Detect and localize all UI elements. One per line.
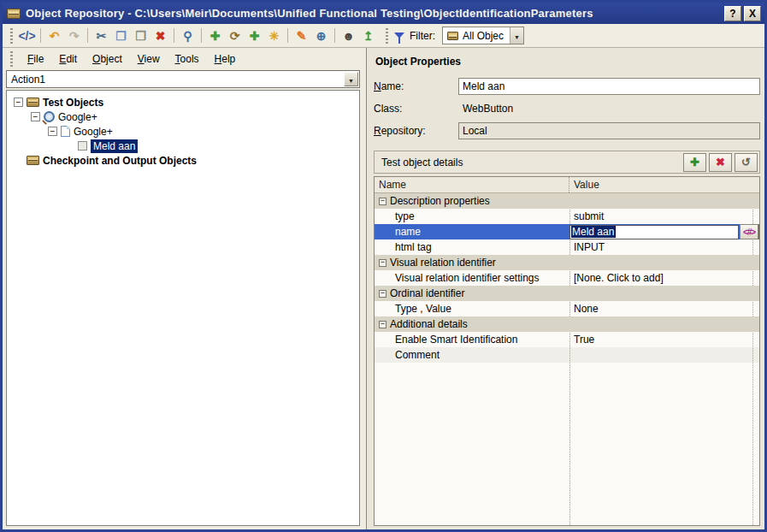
details-button-glyph: ↺ (741, 156, 751, 168)
title-bar: Object Repository - C:\Users\Meir\Docume… (3, 3, 764, 24)
redo-icon[interactable]: ↷ (64, 27, 84, 45)
toolbar-icon[interactable] (40, 28, 41, 43)
import-objects-icon[interactable]: ↥ (358, 27, 378, 45)
object-tree: Test Objects Google+ Google+ Meld aan (6, 90, 360, 526)
toolbar-grip[interactable] (10, 28, 13, 44)
row-group-ordinal-identifier[interactable]: Ordinal identifier (375, 286, 759, 301)
toolbar-icon-glyph: ⟳ (230, 30, 240, 42)
object-properties-pane: Object Properties Name: Meld aan Class: … (366, 48, 764, 529)
tree-item-google-page[interactable]: Google+ (11, 124, 357, 139)
paste-icon[interactable]: ❒ (131, 27, 150, 45)
row-group-description-properties[interactable]: Description properties (375, 193, 759, 209)
row-enable-smart-identification[interactable]: Enable Smart Identification True (375, 332, 759, 347)
row-name-text: Description properties (390, 195, 490, 207)
row-name-text: name (395, 226, 421, 238)
define-new-object-icon[interactable]: ✳ (264, 27, 284, 45)
menu-help[interactable]: Help (207, 50, 244, 68)
help-button[interactable]: ? (724, 6, 741, 21)
tree-item-meld-aan[interactable]: Meld aan (11, 139, 357, 153)
pane-splitter[interactable] (360, 48, 366, 529)
collapse-expander-icon[interactable] (48, 127, 57, 136)
collapse-expander-icon[interactable] (31, 112, 40, 121)
undo-icon[interactable]: ↶ (44, 27, 64, 45)
tree-item-google-browser[interactable]: Google+ (11, 109, 357, 124)
name-input[interactable]: Meld aan (458, 78, 760, 95)
add-property-button[interactable]: ✚ (683, 153, 706, 172)
toolbar-icon[interactable] (287, 28, 288, 43)
group-collapse-icon[interactable] (379, 290, 386, 298)
toolbar-icon[interactable] (174, 28, 174, 43)
row-name-cell: type (375, 209, 569, 224)
group-collapse-icon[interactable] (379, 198, 386, 205)
row-name-cell: Visual relation identifier (375, 255, 569, 270)
object-spy-icon[interactable]: ☻ (339, 27, 358, 45)
add-object-icon[interactable]: ✚ (205, 27, 225, 45)
tree-item-label: Test Objects (43, 97, 103, 109)
toolbar-icon-glyph: ❒ (135, 30, 146, 42)
filter-toolbar-grip[interactable] (386, 28, 388, 44)
locate-in-repository-icon[interactable]: ⊕ (311, 27, 331, 45)
menu-edit[interactable]: Edit (51, 50, 85, 68)
tree-item-label: Google+ (74, 126, 113, 138)
find-icon[interactable]: ⚲ (178, 27, 198, 45)
close-button[interactable]: X (744, 6, 761, 21)
row-group-additional-details[interactable]: Additional details (375, 316, 759, 332)
menu-item-label: ile (33, 53, 44, 65)
group-collapse-icon[interactable] (379, 321, 386, 328)
menu-item-label: ools (180, 53, 199, 65)
group-collapse-icon[interactable] (379, 259, 386, 267)
filter-dropdown-button[interactable] (510, 27, 523, 44)
toolbar-icon[interactable] (201, 28, 202, 43)
reset-properties-button[interactable]: ↺ (735, 153, 758, 172)
menu-file[interactable]: File (20, 50, 51, 68)
tree-item-label: Checkpoint and Output Objects (43, 155, 197, 167)
toolbar-icon[interactable] (87, 28, 88, 43)
delete-property-button[interactable]: ✖ (709, 153, 732, 172)
copy-icon[interactable]: ❐ (111, 27, 131, 45)
row-visual-relation-identifier-settings[interactable]: Visual relation identifier settings [Non… (375, 270, 759, 286)
collapse-expander-icon[interactable] (14, 98, 23, 107)
row-name-text: Comment (395, 349, 440, 361)
column-header-name[interactable]: Name (375, 177, 569, 192)
row-type-value[interactable]: Type , Value None (375, 301, 759, 316)
row-name[interactable]: name Meld aan <#> (375, 224, 759, 239)
toolbar-icon[interactable] (334, 28, 335, 43)
tree-item-test-objects[interactable]: Test Objects (11, 95, 357, 109)
window-title: Object Repository - C:\Users\Meir\Docume… (26, 7, 722, 20)
row-name-cell: name (375, 224, 569, 239)
row-comment[interactable]: Comment (375, 347, 759, 363)
menu-object[interactable]: Object (85, 50, 130, 68)
menu-item-label: dit (66, 53, 77, 65)
toolbar-icon-glyph: ☻ (342, 30, 355, 42)
delete-icon[interactable]: ✖ (150, 27, 170, 45)
menu-tools[interactable]: Tools (168, 50, 207, 68)
menubar-grip[interactable] (10, 51, 13, 67)
cut-icon[interactable]: ✂ (91, 27, 111, 45)
details-buttons: ✚✖↺ (683, 153, 758, 172)
highlight-in-application-icon[interactable]: ✎ (292, 27, 311, 45)
toolbar-icon-glyph: ⚲ (183, 30, 192, 42)
edit-code-icon[interactable]: </> (17, 27, 37, 45)
row-html-tag[interactable]: html tag INPUT (375, 239, 759, 255)
details-table-header: Name Value (375, 177, 759, 193)
filter-dropdown[interactable]: All Objec (442, 27, 524, 44)
update-from-application-icon[interactable]: ⟳ (225, 27, 245, 45)
menu-view[interactable]: View (130, 50, 168, 68)
value-config-button[interactable]: <#> (740, 224, 758, 239)
filter-icon (394, 33, 404, 38)
menu-item-accel: O (92, 53, 100, 65)
row-group-visual-relation-identifier[interactable]: Visual relation identifier (375, 255, 759, 270)
row-type[interactable]: type submit (375, 209, 759, 224)
row-value-text: True (574, 334, 594, 346)
tree-item-label: Google+ (58, 111, 97, 123)
tree-item-checkpoint-output[interactable]: Checkpoint and Output Objects (11, 153, 357, 168)
row-name-cell: Visual relation identifier settings (375, 270, 569, 286)
repository-field-row: Repository: Local (374, 122, 760, 139)
add-objects-icon[interactable]: ✚ (245, 27, 264, 45)
column-header-value[interactable]: Value (569, 179, 759, 191)
object-properties-header: Object Properties (375, 56, 760, 68)
action-dropdown-button[interactable] (344, 72, 358, 86)
row-value-editbox: [None. Click to add] (574, 272, 759, 284)
action-dropdown[interactable]: Action1 (6, 70, 360, 88)
repository-label: Repository: (374, 125, 458, 137)
